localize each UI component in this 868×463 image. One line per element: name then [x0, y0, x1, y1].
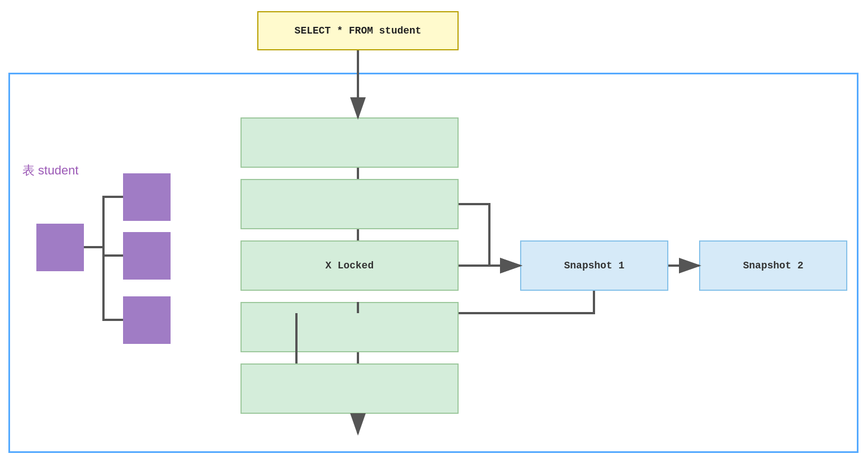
sql-box: SELECT * FROM student	[257, 11, 459, 50]
purple-box-top	[123, 173, 171, 221]
green-box-row5	[240, 363, 459, 414]
green-box-row1	[240, 117, 459, 168]
snapshot1-label: Snapshot 1	[564, 260, 624, 271]
diagram-container: SELECT * FROM student 表 student X Locked…	[0, 0, 868, 463]
snapshot1-box: Snapshot 1	[520, 240, 668, 291]
x-locked-label: X Locked	[326, 260, 374, 271]
snapshot2-box: Snapshot 2	[699, 240, 847, 291]
purple-box-root	[36, 224, 84, 271]
purple-box-mid	[123, 232, 171, 280]
purple-box-bot	[123, 296, 171, 344]
x-locked-box: X Locked	[240, 240, 459, 291]
sql-label: SELECT * FROM student	[295, 25, 422, 36]
green-box-row4	[240, 302, 459, 352]
snapshot2-label: Snapshot 2	[743, 260, 803, 271]
table-label: 表 student	[22, 162, 78, 179]
green-box-row2	[240, 179, 459, 229]
